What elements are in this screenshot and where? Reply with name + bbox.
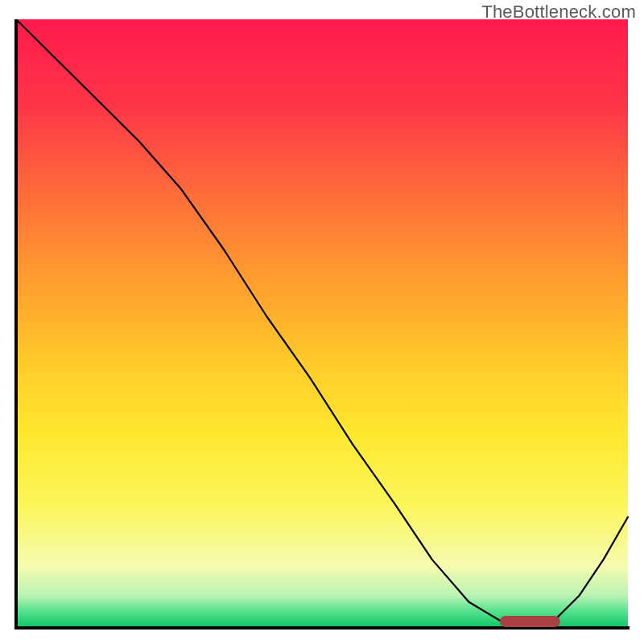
chart-svg: [14, 19, 630, 630]
chart-container: TheBottleneck.com: [0, 0, 644, 644]
plot-area: [14, 19, 630, 630]
watermark-text: TheBottleneck.com: [481, 2, 636, 23]
